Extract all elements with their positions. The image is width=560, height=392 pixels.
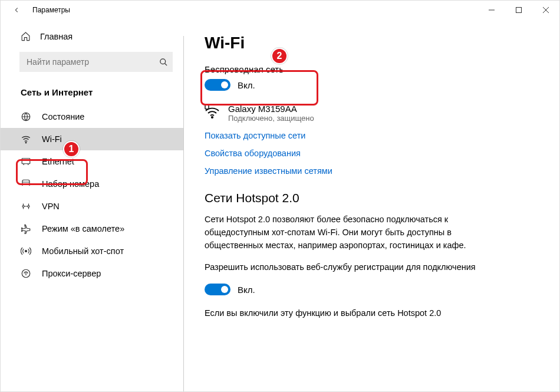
wifi-icon <box>21 134 31 144</box>
link-show-networks[interactable]: Показать доступные сети <box>205 131 536 140</box>
titlebar: Параметры <box>1 1 559 19</box>
search-icon[interactable] <box>159 52 168 72</box>
svg-point-1 <box>160 58 166 64</box>
sidebar-item-label: Режим «в самолете» <box>42 224 124 233</box>
search-input[interactable] <box>19 52 173 72</box>
hotspot-icon <box>21 246 31 256</box>
sidebar-item-airplane[interactable]: Режим «в самолете» <box>1 218 183 240</box>
hotspot-title: Сети Hotspot 2.0 <box>205 191 536 205</box>
network-name: Galaxy M3159AA <box>228 104 314 114</box>
sidebar-item-label: VPN <box>42 202 60 211</box>
hotspot-toggle[interactable] <box>205 284 230 295</box>
link-hardware-properties[interactable]: Свойства оборудования <box>205 149 536 158</box>
sidebar-nav: Состояние Wi-Fi Ethernet Набор номера <box>1 106 183 285</box>
vpn-icon <box>21 201 31 212</box>
airplane-icon <box>21 223 31 234</box>
window-title: Параметры <box>32 6 70 14</box>
wifi-secure-icon <box>205 105 220 119</box>
sidebar-item-wifi[interactable]: Wi-Fi <box>1 128 183 150</box>
svg-rect-10 <box>205 105 209 109</box>
sidebar-item-label: Набор номера <box>42 179 99 189</box>
svg-point-7 <box>25 251 27 252</box>
svg-point-3 <box>25 142 27 143</box>
ethernet-icon <box>21 156 31 167</box>
sidebar-item-label: Прокси-сервер <box>42 269 101 278</box>
close-button[interactable] <box>532 1 559 19</box>
sidebar-item-label: Состояние <box>42 112 84 121</box>
sidebar-home-label: Главная <box>40 32 73 41</box>
sidebar-item-label: Wi-Fi <box>42 134 62 144</box>
sidebar-item-label: Ethernet <box>42 157 74 166</box>
sidebar-item-hotspot[interactable]: Мобильный хот-спот <box>1 240 183 262</box>
hotspot-body: Сети Hotspot 2.0 позволяют более безопас… <box>205 213 511 252</box>
hotspot-state: Вкл. <box>238 285 255 295</box>
minimize-button[interactable] <box>478 1 505 19</box>
maximize-button[interactable] <box>505 1 532 19</box>
hotspot-cutoff: Если вы включили эту функцию и выбрали с… <box>205 308 511 318</box>
sidebar-home[interactable]: Главная <box>1 27 183 46</box>
sidebar-section-title: Сеть и Интернет <box>1 85 183 106</box>
sidebar-item-dialup[interactable]: Набор номера <box>1 173 183 195</box>
svg-rect-4 <box>22 159 30 164</box>
svg-rect-0 <box>516 8 522 13</box>
sidebar-item-vpn[interactable]: VPN <box>1 195 183 218</box>
page-title: Wi-Fi <box>205 34 536 52</box>
proxy-icon <box>21 268 31 279</box>
hotspot-allow-label: Разрешить использовать веб-службу регист… <box>205 261 511 274</box>
status-icon <box>21 111 31 122</box>
sidebar-item-label: Мобильный хот-спот <box>42 246 124 256</box>
content-pane: Wi-Fi Беспроводная сеть Вкл. Galaxy M315… <box>183 19 559 391</box>
sidebar-item-proxy[interactable]: Прокси-сервер <box>1 262 183 285</box>
wireless-toggle[interactable] <box>205 79 230 91</box>
wireless-label: Беспроводная сеть <box>205 64 536 74</box>
sidebar: Главная Сеть и Интернет Состояние Wi-Fi <box>1 19 183 391</box>
sidebar-item-status[interactable]: Состояние <box>1 106 183 128</box>
back-icon[interactable] <box>11 5 22 15</box>
dialup-icon <box>21 179 31 189</box>
svg-point-6 <box>28 206 29 207</box>
home-icon <box>21 31 31 41</box>
current-network[interactable]: Galaxy M3159AA Подключено, защищено <box>205 104 536 123</box>
sidebar-item-ethernet[interactable]: Ethernet <box>1 150 183 173</box>
svg-point-9 <box>212 117 213 118</box>
wireless-state: Вкл. <box>238 80 255 90</box>
link-manage-known-networks[interactable]: Управление известными сетями <box>205 166 536 176</box>
svg-point-5 <box>22 206 24 207</box>
network-status: Подключено, защищено <box>228 114 314 123</box>
caption-buttons <box>478 1 559 19</box>
